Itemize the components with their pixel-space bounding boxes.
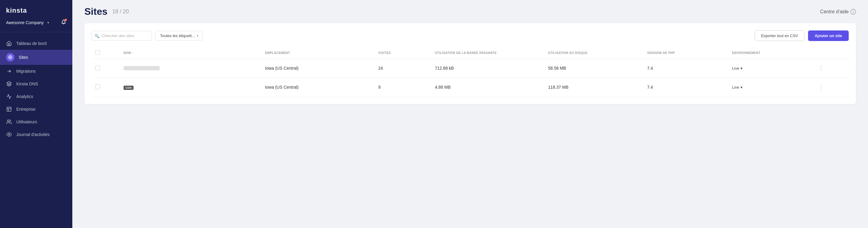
sidebar-item-analytics[interactable]: Analytics [0,90,72,103]
sidebar-label-journal-activites: Journal d'activités [16,132,50,137]
content-area: 🔍 Toutes les étiquett... ▾ Exporter tout… [72,23,868,228]
row2-check [92,78,120,97]
sidebar-item-kinsta-dns[interactable]: Kinsta DNS [0,78,72,90]
search-icon: 🔍 [95,33,99,38]
home-icon [6,40,12,47]
col-header-env: ENVIRONNEMENT [728,47,813,59]
main-content: Sites 18 / 20 Centre d'aide i 🔍 Toutes l… [72,0,868,228]
row2-env-dropdown[interactable]: Live ▾ [732,85,810,90]
col-header-actions [813,47,849,59]
sidebar: kinsta Awesome Company ▾ Tableau de bord [0,0,72,228]
col-header-emplacement: EMPLACEMENT [261,47,375,59]
row1-php: 7.4 [644,59,728,78]
row2-location: Iowa (US Central) [261,78,375,97]
sidebar-item-migrations[interactable]: Migrations [0,65,72,78]
tags-dropdown[interactable]: Toutes les étiquett... ▾ [156,31,203,41]
select-all-checkbox[interactable] [95,50,100,55]
row1-env-dropdown[interactable]: Live ▾ [732,66,810,70]
svg-point-4 [7,120,9,121]
sidebar-label-analytics: Analytics [16,94,33,99]
sidebar-label-utilisateurs: Utilisateurs [16,119,37,124]
sites-card: 🔍 Toutes les étiquett... ▾ Exporter tout… [84,23,856,104]
sidebar-item-sites[interactable]: Sites [0,50,72,65]
row2-disk: 118.37 MB [545,78,644,97]
tags-label: Toutes les étiquett... [160,33,195,38]
table-row: Iowa (US Central) 24 712.88 kB 58.58 MB [92,59,849,78]
row2-actions: ⋮ [813,78,849,97]
toolbar: 🔍 Toutes les étiquett... ▾ Exporter tout… [92,30,849,41]
migrations-icon [6,68,12,74]
dns-icon [6,81,12,87]
svg-point-5 [8,134,10,135]
search-wrapper: 🔍 [92,31,152,41]
col-header-php: VERSION DE PHP [644,47,728,59]
sidebar-item-journal-activites[interactable]: Journal d'activités [0,128,72,141]
row2-more-button[interactable]: ⋮ [817,83,825,91]
title-area: Sites 18 / 20 [84,6,129,17]
col-header-nom: NOM ↑ [120,47,261,59]
row1-bandwidth: 712.88 kB [431,59,545,78]
logo-area: kinsta [0,0,72,16]
col-header-bande-passante: UTILISATION DE LA BANDE PASSANTE [431,47,545,59]
row1-more-button[interactable]: ⋮ [817,64,825,72]
row1-actions: ⋮ [813,59,849,78]
row2-env: Live ▾ [728,78,813,97]
row1-env: Live ▾ [728,59,813,78]
cdn-badge: CDN [124,86,133,90]
row2-name: CDN [120,78,261,97]
row1-visits: 24 [375,59,431,78]
page-title: Sites [84,6,107,17]
row2-php: 7.4 [644,78,728,97]
globe-icon-circle [6,53,14,61]
sidebar-item-entreprise[interactable]: Entreprise [0,103,72,115]
sidebar-label-kinsta-dns: Kinsta DNS [16,81,38,86]
sidebar-label-entreprise: Entreprise [16,107,36,112]
add-site-button[interactable]: Ajouter un site [808,30,849,41]
main-nav: Tableau de bord Sites Migrations [0,32,72,228]
row1-name [120,59,261,78]
row1-disk: 58.58 MB [545,59,644,78]
sites-count: 18 / 20 [112,8,129,15]
row1-checkbox[interactable] [95,65,100,70]
col-header-checkbox [92,47,120,59]
sidebar-label-tableau-de-bord: Tableau de bord [16,41,46,46]
kinsta-logo: kinsta [6,6,33,16]
chevron-down-icon: ▾ [197,34,198,37]
table-row: CDN Iowa (US Central) 9 4.88 MB 118.37 M [92,78,849,97]
svg-rect-3 [7,107,11,111]
help-link[interactable]: Centre d'aide i [820,9,856,15]
toolbar-right: Exporter tout en CSV Ajouter un site [755,30,849,41]
page-header: Sites 18 / 20 Centre d'aide i [72,0,868,23]
row1-check [92,59,120,78]
export-csv-button[interactable]: Exporter tout en CSV [755,30,804,41]
sidebar-item-utilisateurs[interactable]: Utilisateurs [0,115,72,128]
row1-location: Iowa (US Central) [261,59,375,78]
row2-visits: 9 [375,78,431,97]
notification-bell[interactable] [61,19,66,26]
sidebar-item-tableau-de-bord[interactable]: Tableau de bord [0,37,72,50]
users-icon [6,119,12,125]
col-header-disque: UTILISATION DU DISQUE [545,47,644,59]
sidebar-label-sites: Sites [19,55,28,60]
company-selector[interactable]: Awesome Company ▾ [0,16,72,32]
col-header-visites: VISITES [375,47,431,59]
env-chevron-icon: ▾ [741,66,743,70]
eye-icon [6,132,12,138]
sites-table: NOM ↑ EMPLACEMENT VISITES UTILISATION DE… [92,47,849,97]
svg-text:kinsta: kinsta [6,7,27,14]
search-input[interactable] [92,31,152,41]
row1-name-placeholder [124,66,160,70]
building-icon [6,106,12,112]
help-icon: i [850,9,856,15]
row2-bandwidth: 4.88 MB [431,78,545,97]
company-name: Awesome Company [6,20,44,25]
env2-chevron-icon: ▾ [741,85,743,90]
help-label: Centre d'aide [820,9,849,15]
company-chevron-icon: ▾ [47,21,49,25]
analytics-icon [6,93,12,99]
row2-checkbox[interactable] [95,84,100,89]
notification-dot [64,19,67,21]
sidebar-label-migrations: Migrations [16,69,36,74]
